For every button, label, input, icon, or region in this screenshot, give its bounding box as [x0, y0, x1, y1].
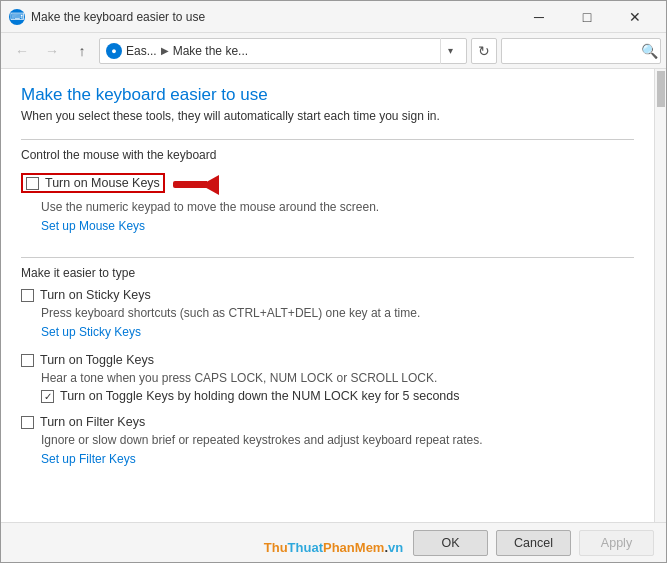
forward-button[interactable]: →	[39, 38, 65, 64]
toggle-keys-checkbox[interactable]	[21, 354, 34, 367]
nav-bar: ← → ↑ ● Eas... ▶ Make the ke... ▾ ↻ 🔍	[1, 33, 666, 69]
address-bar: ● Eas... ▶ Make the ke... ▾	[99, 38, 467, 64]
page-subtitle: When you select these tools, they will a…	[21, 109, 634, 123]
search-input[interactable]	[501, 38, 661, 64]
window: Make the keyboard easier to use ─ □ ✕ ← …	[0, 0, 667, 563]
footer-bar: OK Cancel Apply	[1, 522, 666, 562]
filter-keys-label[interactable]: Turn on Filter Keys	[40, 415, 145, 429]
toggle-keys-hold-checkbox[interactable]	[41, 390, 54, 403]
close-button[interactable]: ✕	[612, 3, 658, 31]
toggle-keys-hold-label[interactable]: Turn on Toggle Keys by holding down the …	[60, 389, 460, 403]
toggle-keys-row: Turn on Toggle Keys	[21, 353, 634, 367]
content-area: Make the keyboard easier to use When you…	[1, 69, 666, 522]
back-button[interactable]: ←	[9, 38, 35, 64]
toggle-keys-hold-row: Turn on Toggle Keys by holding down the …	[41, 389, 634, 403]
title-bar: Make the keyboard easier to use ─ □ ✕	[1, 1, 666, 33]
mouse-keys-desc: Use the numeric keypad to move the mouse…	[41, 200, 634, 214]
sticky-keys-checkbox[interactable]	[21, 289, 34, 302]
breadcrumb-part2: Make the ke...	[173, 44, 248, 58]
address-dropdown-button[interactable]: ▾	[440, 38, 460, 64]
sticky-keys-link[interactable]: Set up Sticky Keys	[41, 325, 141, 339]
scrollbar[interactable]	[654, 69, 666, 522]
filter-keys-checkbox[interactable]	[21, 416, 34, 429]
window-title: Make the keyboard easier to use	[31, 10, 516, 24]
mouse-keys-highlight: Turn on Mouse Keys	[21, 173, 165, 193]
window-icon	[9, 9, 25, 25]
filter-keys-link[interactable]: Set up Filter Keys	[41, 452, 136, 466]
up-button[interactable]: ↑	[69, 38, 95, 64]
mouse-keys-link[interactable]: Set up Mouse Keys	[41, 219, 145, 233]
sticky-keys-row: Turn on Sticky Keys	[21, 288, 634, 302]
minimize-button[interactable]: ─	[516, 3, 562, 31]
filter-keys-row: Turn on Filter Keys	[21, 415, 634, 429]
title-bar-controls: ─ □ ✕	[516, 3, 658, 31]
type-section-divider	[21, 257, 634, 258]
mouse-keys-label[interactable]: Turn on Mouse Keys	[45, 176, 160, 190]
page-title: Make the keyboard easier to use	[21, 85, 634, 105]
breadcrumb-part1: Eas...	[126, 44, 157, 58]
address-icon: ●	[106, 43, 122, 59]
refresh-button[interactable]: ↻	[471, 38, 497, 64]
cancel-button[interactable]: Cancel	[496, 530, 571, 556]
mouse-keys-checkbox[interactable]	[26, 177, 39, 190]
ok-button[interactable]: OK	[413, 530, 488, 556]
breadcrumb-separator: ▶	[161, 45, 169, 56]
mouse-section-label: Control the mouse with the keyboard	[21, 148, 634, 162]
sticky-keys-desc: Press keyboard shortcuts (such as CTRL+A…	[41, 306, 634, 320]
main-content: Make the keyboard easier to use When you…	[1, 69, 654, 522]
type-section-label: Make it easier to type	[21, 266, 634, 280]
apply-button[interactable]: Apply	[579, 530, 654, 556]
sticky-keys-label[interactable]: Turn on Sticky Keys	[40, 288, 151, 302]
maximize-button[interactable]: □	[564, 3, 610, 31]
toggle-keys-desc: Hear a tone when you press CAPS LOCK, NU…	[41, 371, 634, 385]
filter-keys-desc: Ignore or slow down brief or repeated ke…	[41, 433, 634, 447]
mouse-section-divider	[21, 139, 634, 140]
toggle-keys-label[interactable]: Turn on Toggle Keys	[40, 353, 154, 367]
arrow-indicator	[173, 170, 228, 196]
